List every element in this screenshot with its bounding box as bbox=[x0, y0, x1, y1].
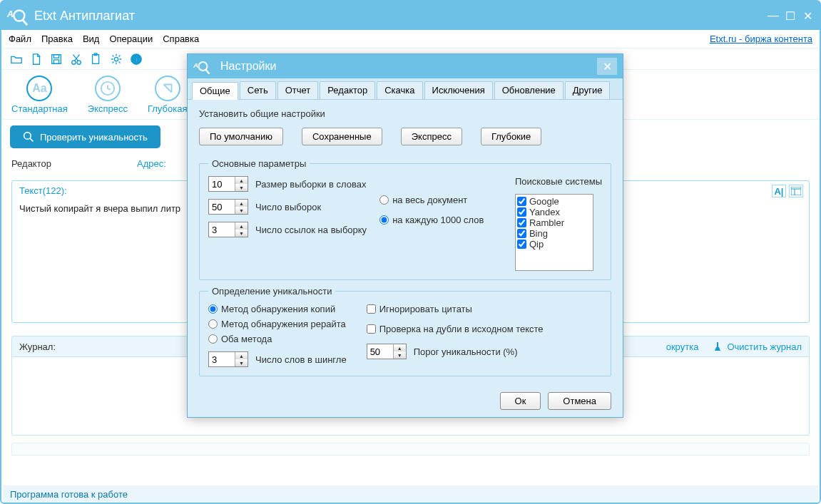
svg-text:i: i bbox=[135, 53, 137, 63]
svg-rect-16 bbox=[791, 187, 801, 195]
uniqueness-legend: Определение уникальности bbox=[208, 286, 335, 297]
tab-other[interactable]: Другие bbox=[565, 81, 611, 99]
clear-journal-link[interactable]: Очистить журнал bbox=[713, 341, 802, 352]
svg-rect-8 bbox=[93, 54, 99, 63]
layout-icon[interactable] bbox=[789, 185, 803, 197]
threshold-spin[interactable]: ▲▼ bbox=[367, 344, 407, 359]
scope-whole-radio[interactable]: на весь документ bbox=[379, 195, 484, 205]
se-bing-checkbox[interactable]: Bing bbox=[517, 228, 591, 239]
tab-network[interactable]: Сеть bbox=[240, 81, 276, 99]
svg-point-7 bbox=[77, 60, 81, 63]
method-rewrite-radio[interactable]: Метод обнаружения рерайта bbox=[208, 319, 347, 329]
basic-params-group: Основные параметры ▲▼ Размер выборки в с… bbox=[199, 158, 611, 280]
menu-operations[interactable]: Операции bbox=[109, 34, 153, 44]
search-icon bbox=[23, 131, 34, 143]
links-count-label: Число ссылок на выборку bbox=[255, 225, 367, 235]
autoscroll-link[interactable]: окрутка bbox=[666, 341, 699, 352]
svg-line-15 bbox=[30, 138, 33, 141]
new-file-icon[interactable] bbox=[30, 53, 43, 66]
cut-icon[interactable] bbox=[70, 53, 83, 66]
settings-icon[interactable] bbox=[110, 53, 123, 66]
check-uniqueness-button[interactable]: Проверить уникальность bbox=[10, 125, 160, 148]
mode-deep[interactable]: Глубокая bbox=[148, 76, 187, 114]
sample-count-input[interactable] bbox=[209, 200, 235, 214]
spin-up-icon[interactable]: ▲ bbox=[394, 344, 406, 351]
save-icon[interactable] bbox=[50, 53, 63, 66]
tab-editor[interactable]: Редактор bbox=[320, 81, 375, 99]
tab-report[interactable]: Отчет bbox=[277, 81, 319, 99]
tab-download[interactable]: Скачка bbox=[377, 81, 422, 99]
mode-deep-label: Глубокая bbox=[148, 103, 187, 114]
menu-file[interactable]: Файл bbox=[9, 34, 31, 44]
preset-saved-button[interactable]: Сохраненные bbox=[302, 128, 382, 145]
minimize-button[interactable]: — bbox=[767, 9, 780, 22]
spin-up-icon[interactable]: ▲ bbox=[235, 200, 248, 207]
dialog-icon: A bbox=[193, 58, 210, 75]
dialog-close-button[interactable]: ✕ bbox=[597, 58, 617, 75]
method-copy-radio[interactable]: Метод обнаружения копий bbox=[208, 304, 347, 314]
svg-point-10 bbox=[114, 57, 118, 61]
check-button-label: Проверить уникальность bbox=[40, 132, 148, 143]
menu-help[interactable]: Справка bbox=[163, 34, 199, 44]
sample-size-spin[interactable]: ▲▼ bbox=[208, 176, 248, 192]
cancel-button[interactable]: Отмена bbox=[548, 392, 611, 410]
spin-up-icon[interactable]: ▲ bbox=[235, 352, 248, 359]
spin-down-icon[interactable]: ▼ bbox=[235, 230, 248, 237]
maximize-button[interactable]: ☐ bbox=[784, 9, 797, 23]
text-select-icon[interactable]: A| bbox=[772, 185, 786, 197]
info-icon[interactable]: i bbox=[130, 53, 143, 66]
title-bar: A Etxt Антиплагиат — ☐ ✕ bbox=[1, 1, 820, 30]
svg-text:A: A bbox=[7, 9, 14, 19]
se-rambler-checkbox[interactable]: Rambler bbox=[517, 217, 591, 228]
spin-up-icon[interactable]: ▲ bbox=[235, 222, 248, 230]
se-qip-checkbox[interactable]: Qip bbox=[517, 239, 591, 250]
check-dups-checkbox[interactable]: Проверка на дубли в исходном тексте bbox=[367, 324, 544, 334]
spin-up-icon[interactable]: ▲ bbox=[235, 177, 248, 184]
links-count-spin[interactable]: ▲▼ bbox=[208, 222, 248, 237]
sample-size-input[interactable] bbox=[209, 177, 235, 191]
svg-rect-5 bbox=[53, 59, 58, 63]
spin-down-icon[interactable]: ▼ bbox=[235, 184, 248, 191]
spin-down-icon[interactable]: ▼ bbox=[235, 359, 248, 366]
mode-express[interactable]: Экспресс bbox=[88, 76, 128, 114]
sample-size-label: Размер выборки в словах bbox=[255, 179, 366, 190]
scope-per1000-radio[interactable]: на каждую 1000 слов bbox=[379, 215, 484, 225]
method-both-radio[interactable]: Оба метода bbox=[208, 334, 347, 344]
spin-down-icon[interactable]: ▼ bbox=[235, 207, 248, 214]
tab-update[interactable]: Обновление bbox=[494, 81, 564, 99]
ok-button[interactable]: Ок bbox=[500, 392, 541, 410]
shingle-input[interactable] bbox=[209, 352, 235, 366]
progress-bar bbox=[11, 443, 810, 456]
svg-rect-4 bbox=[53, 54, 58, 58]
mode-standard-label: Стандартная bbox=[11, 103, 68, 114]
tab-general[interactable]: Общие bbox=[192, 82, 238, 100]
etxt-link[interactable]: Etxt.ru - биржа контента bbox=[710, 34, 812, 44]
preset-express-button[interactable]: Экспресс bbox=[401, 128, 462, 145]
mode-standard[interactable]: Aa Стандартная bbox=[11, 76, 68, 114]
paste-icon[interactable] bbox=[90, 53, 103, 66]
menu-view[interactable]: Вид bbox=[83, 34, 100, 44]
svg-rect-3 bbox=[52, 54, 61, 63]
links-count-input[interactable] bbox=[209, 222, 235, 237]
threshold-input[interactable] bbox=[367, 344, 393, 359]
dialog-tabs: Общие Сеть Отчет Редактор Скачка Исключе… bbox=[188, 78, 623, 100]
preset-default-button[interactable]: По умолчанию bbox=[199, 128, 283, 145]
open-icon[interactable] bbox=[10, 53, 23, 66]
search-engines-list[interactable]: Google Yandex Rambler Bing Qip bbox=[515, 194, 593, 271]
sample-count-spin[interactable]: ▲▼ bbox=[208, 199, 248, 215]
preset-deep-button[interactable]: Глубокие bbox=[481, 128, 541, 145]
address-label: Адрес: bbox=[137, 158, 166, 169]
dialog-title: Настройки bbox=[220, 60, 276, 73]
menu-edit[interactable]: Правка bbox=[41, 34, 73, 44]
app-title: Etxt Антиплагиат bbox=[34, 9, 135, 24]
spin-down-icon[interactable]: ▼ bbox=[394, 351, 406, 359]
tab-exclude[interactable]: Исключения bbox=[424, 81, 493, 99]
shingle-spin[interactable]: ▲▼ bbox=[208, 351, 248, 367]
dialog-title-bar: A Настройки ✕ bbox=[188, 54, 623, 78]
ignore-quotes-checkbox[interactable]: Игнорировать цитаты bbox=[367, 304, 544, 314]
se-yandex-checkbox[interactable]: Yandex bbox=[517, 207, 591, 217]
se-google-checkbox[interactable]: Google bbox=[517, 196, 591, 207]
menu-bar: Файл Правка Вид Операции Справка Etxt.ru… bbox=[1, 30, 820, 48]
close-button[interactable]: ✕ bbox=[801, 9, 814, 23]
search-engines-label: Поисковые системы bbox=[515, 176, 602, 187]
